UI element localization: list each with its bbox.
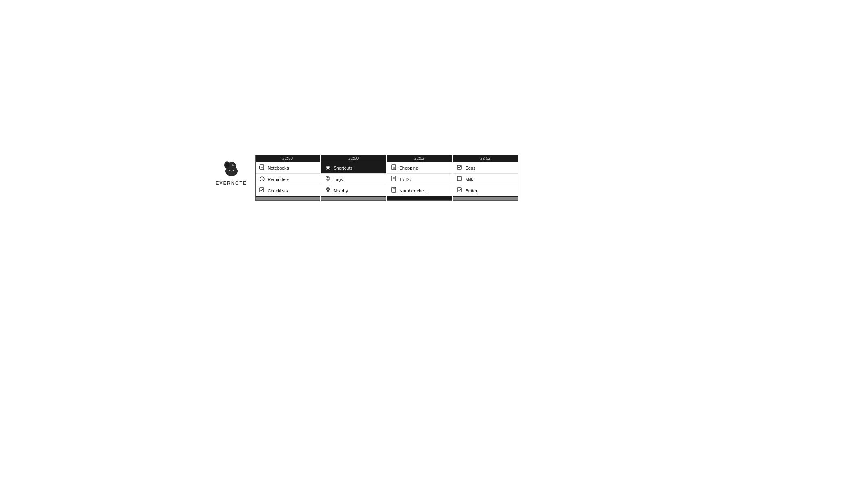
screen-1-time: 22:50 <box>256 155 320 162</box>
milk-icon <box>457 176 463 183</box>
menu-item-numbercheck[interactable]: Number che... <box>387 185 452 196</box>
notebook-icon <box>259 164 265 171</box>
svg-line-12 <box>262 179 263 179</box>
shopping-label: Shopping <box>400 166 419 170</box>
todo-label: To Do <box>400 177 411 182</box>
svg-rect-29 <box>457 176 461 181</box>
evernote-elephant-icon <box>221 159 241 179</box>
phone-screen-1: 22:50 Notebooks Reminders <box>255 155 320 201</box>
phone-screen-2: 22:50 Shortcuts Tags <box>321 155 386 201</box>
reminders-icon <box>259 176 265 183</box>
screen-3-time: 22:52 <box>387 155 452 162</box>
screen-2-time: 22:50 <box>321 155 386 162</box>
menu-item-reminders[interactable]: Reminders <box>256 174 320 185</box>
shopping-icon <box>391 164 397 171</box>
screen-1-bottom-bar <box>256 197 320 200</box>
reminders-label: Reminders <box>268 177 289 182</box>
shortcuts-label: Shortcuts <box>334 166 352 170</box>
svg-point-16 <box>326 177 327 178</box>
phone-screen-4: 22:52 Eggs Milk <box>453 155 518 201</box>
svg-point-5 <box>233 165 234 166</box>
menu-item-eggs[interactable]: Eggs <box>453 162 518 174</box>
phone-screens-container: 22:50 Notebooks Reminders <box>255 155 518 201</box>
milk-label: Milk <box>466 177 474 182</box>
tags-icon <box>325 176 331 183</box>
evernote-label: EVERNOTE <box>216 181 247 185</box>
screen-3-content: Shopping To Do Number che... <box>387 162 452 196</box>
svg-point-3 <box>226 163 230 168</box>
checklists-icon <box>259 187 265 194</box>
eggs-icon <box>457 164 463 171</box>
menu-item-todo[interactable]: To Do <box>387 174 452 185</box>
nearby-label: Nearby <box>334 188 348 193</box>
numbercheck-label: Number che... <box>400 188 428 193</box>
butter-label: Butter <box>466 188 477 193</box>
todo-icon <box>391 176 397 183</box>
screen-4-time: 22:52 <box>453 155 518 162</box>
screen-2-bottom-bar <box>321 197 386 200</box>
shortcuts-icon <box>325 164 331 171</box>
screen-4-bottom-bar <box>453 197 518 200</box>
tags-label: Tags <box>334 177 343 182</box>
menu-item-tags[interactable]: Tags <box>321 174 386 185</box>
menu-item-notebooks[interactable]: Notebooks <box>256 162 320 174</box>
phone-screen-3: 22:52 Shopping To Do <box>387 155 452 201</box>
screen-2-content: Shortcuts Tags Nearby <box>321 162 386 196</box>
notebooks-label: Notebooks <box>268 166 289 170</box>
menu-item-shortcuts[interactable]: Shortcuts <box>321 162 386 174</box>
numbercheck-icon <box>391 187 397 194</box>
eggs-label: Eggs <box>466 166 476 170</box>
svg-point-17 <box>327 188 329 190</box>
nearby-icon <box>325 187 331 194</box>
butter-icon <box>457 187 463 194</box>
menu-item-shopping[interactable]: Shopping <box>387 162 452 174</box>
menu-item-butter[interactable]: Butter <box>453 185 518 196</box>
app-showcase: EVERNOTE 22:50 Notebooks Reminders <box>216 155 518 201</box>
menu-item-checklists[interactable]: Checklists <box>256 185 320 196</box>
menu-item-milk[interactable]: Milk <box>453 174 518 185</box>
evernote-logo: EVERNOTE <box>216 159 247 185</box>
screen-4-content: Eggs Milk Butter <box>453 162 518 196</box>
svg-marker-15 <box>326 165 330 170</box>
checklists-label: Checklists <box>268 188 288 193</box>
screen-1-content: Notebooks Reminders Checklists <box>256 162 320 196</box>
menu-item-nearby[interactable]: Nearby <box>321 185 386 196</box>
